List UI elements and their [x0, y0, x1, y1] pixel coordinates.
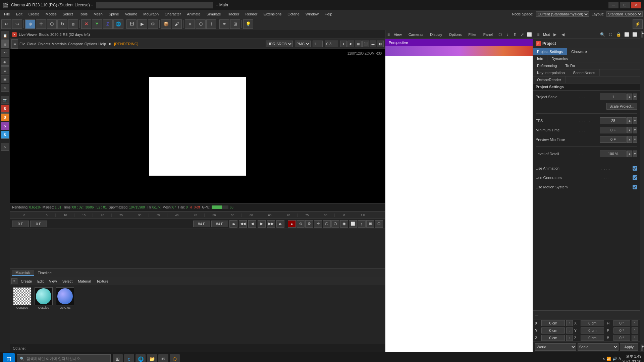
tool-dots[interactable]: ⁞	[206, 19, 216, 29]
vp-cameras[interactable]: Cameras	[406, 32, 426, 37]
playback-icon5[interactable]: ⬡	[323, 220, 331, 228]
apply-btn[interactable]: Apply	[620, 343, 638, 351]
lv-icon6[interactable]: ◧	[377, 41, 384, 47]
vp-view[interactable]: View	[391, 32, 405, 37]
tool-hex[interactable]: ⬡	[196, 19, 206, 29]
menu-mesh[interactable]: Mesh	[91, 11, 105, 17]
tool-x[interactable]: ✕	[81, 19, 91, 29]
tab-octane-render[interactable]: OctaneRender	[533, 76, 566, 83]
sidebar-s1[interactable]: S	[1, 105, 9, 113]
playback-icon9[interactable]: ↕	[358, 220, 366, 228]
world-select[interactable]: World	[535, 343, 576, 351]
coord-b-deg[interactable]	[613, 335, 630, 341]
scale-tool[interactable]: ⬡	[47, 19, 57, 29]
menu-edit[interactable]: Edit	[13, 11, 25, 17]
tool-pen[interactable]: ✒	[219, 19, 229, 29]
sidebar-objects[interactable]: 📋	[1, 32, 9, 40]
prev-frame-btn[interactable]: ◀◀	[239, 220, 247, 228]
tool-y[interactable]: Y	[92, 19, 102, 29]
menu-volume[interactable]: Volume	[122, 11, 140, 17]
taskbar-edge[interactable]: 🌐	[136, 354, 146, 362]
mat-item-3[interactable]: OctGlos	[55, 287, 75, 309]
tab-info[interactable]: Info	[533, 55, 547, 62]
play-btn[interactable]: ▶	[258, 220, 266, 228]
mat-edit[interactable]: Edit	[35, 279, 46, 284]
mat-select[interactable]: Select	[60, 279, 75, 284]
current-frame-input[interactable]	[30, 221, 47, 227]
tray-ime[interactable]: A	[619, 357, 621, 361]
sidebar-deform[interactable]: ⬙	[1, 66, 9, 74]
taskbar-folder[interactable]: 📁	[147, 354, 157, 362]
scale-project-btn[interactable]: Scale Project...	[606, 103, 637, 110]
menu-simulate[interactable]: Simulate	[204, 11, 224, 17]
tp-more1[interactable]: ⬜	[623, 31, 630, 38]
mat-texture[interactable]: Texture	[94, 279, 110, 284]
vp-icon1[interactable]: ⬡	[497, 31, 503, 38]
playback-icon8[interactable]: ⬜	[349, 220, 357, 228]
menu-modes[interactable]: Modes	[43, 11, 59, 17]
min-time-spin-down[interactable]: ▼	[633, 127, 637, 133]
tp-arrow[interactable]: ▶	[551, 31, 558, 38]
lod-spin-down[interactable]: ▼	[633, 150, 637, 157]
playback-icon3[interactable]: ⚙	[305, 220, 313, 228]
vp-icon5[interactable]: ⬜	[526, 31, 533, 38]
coord-x-pos2[interactable]	[581, 320, 604, 326]
tray-sound[interactable]: 🔊	[612, 357, 617, 361]
lv-cloud[interactable]: Cloud	[27, 42, 37, 46]
tab-referencing[interactable]: Referencing	[533, 62, 561, 69]
tool-light[interactable]: 💡	[243, 19, 253, 29]
tp-more2[interactable]: ⬜	[631, 31, 638, 38]
lv-icon3[interactable]: ▦	[355, 41, 362, 47]
lv-help[interactable]: Help	[99, 42, 106, 46]
render-settings[interactable]: ⚙	[148, 19, 158, 29]
start-frame-input[interactable]	[12, 221, 29, 227]
coord-z-btn[interactable]: ○	[566, 335, 573, 341]
mat-view[interactable]: View	[47, 279, 59, 284]
playback-icon10[interactable]: ⊞	[366, 220, 374, 228]
node-space-select[interactable]: Current (Standard/Physical)	[536, 11, 589, 17]
menu-octane[interactable]: Octane	[285, 11, 302, 17]
taskbar-taskview[interactable]: ⊞	[113, 354, 123, 362]
scrollbar-track[interactable]	[640, 38, 644, 344]
end-frame1-input[interactable]	[193, 221, 210, 227]
mat-item-2[interactable]: OctGlos	[34, 287, 54, 309]
vp-panel[interactable]: Panel	[481, 32, 495, 37]
mat-create[interactable]: Create	[19, 279, 34, 284]
tray-time[interactable]: 오후 1:49 2021-03-30	[623, 354, 641, 362]
project-scale-spin-down[interactable]: ▼	[633, 94, 637, 100]
rotate-tool[interactable]: ↻	[57, 19, 67, 29]
lv-file[interactable]: File	[19, 42, 25, 46]
snap-grid[interactable]: ⌗	[185, 19, 195, 29]
min-time-input[interactable]	[600, 127, 627, 133]
sidebar-s2[interactable]: S	[1, 113, 9, 121]
menu-tools[interactable]: Tools	[76, 11, 90, 17]
tab-scene-nodes[interactable]: Scene Nodes	[569, 69, 600, 76]
coord-h-btn[interactable]: °	[632, 320, 638, 326]
tool-grid[interactable]: ⊞	[230, 19, 240, 29]
prev-btn[interactable]: ◀	[248, 220, 256, 228]
lod-input[interactable]	[600, 150, 627, 157]
tab-dynamics[interactable]: Dynamics	[547, 55, 572, 62]
menu-create[interactable]: Create	[26, 11, 42, 17]
layout-select[interactable]: Standard_Coloso	[606, 11, 643, 17]
lv-materials[interactable]: Materials	[52, 42, 67, 46]
move-tool[interactable]: ✛	[36, 19, 46, 29]
taskbar-mail[interactable]: ✉	[158, 354, 168, 362]
sidebar-nurbs[interactable]: ◉	[1, 58, 9, 66]
vp-options[interactable]: Options	[446, 32, 464, 37]
start-button[interactable]: ⊞	[3, 353, 15, 362]
undo-button[interactable]: ↩	[1, 19, 11, 29]
use-motion-system-checkbox[interactable]	[633, 185, 637, 189]
sidebar-s3[interactable]: S	[1, 122, 9, 130]
coord-p-deg[interactable]	[613, 327, 630, 334]
lv-compare[interactable]: Compare	[68, 42, 83, 46]
tool-world[interactable]: 🌐	[113, 19, 123, 29]
tray-arrow[interactable]: ∧	[602, 357, 605, 361]
use-generators-checkbox[interactable]	[633, 175, 637, 180]
taskbar-browser[interactable]: ⬡	[170, 354, 180, 362]
scrollbar-up[interactable]: ▲	[641, 31, 643, 38]
title-input[interactable]	[96, 2, 213, 8]
vp-icon2[interactable]: ↓	[504, 31, 511, 38]
redo-button[interactable]: ↪	[12, 19, 22, 29]
taskbar-ie[interactable]: e	[124, 354, 134, 362]
